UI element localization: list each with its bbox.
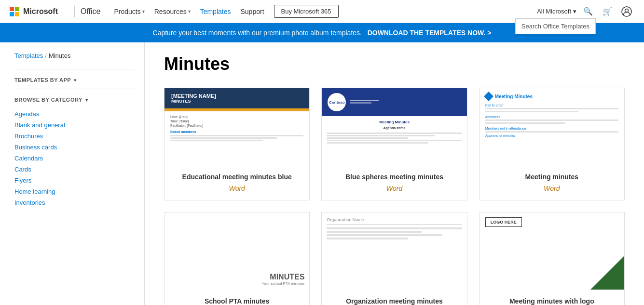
list-item: Home learning <box>14 186 135 197</box>
template-app-blue: Word <box>329 185 459 192</box>
page-title: Minutes <box>164 54 625 74</box>
search-button[interactable]: 🔍 <box>580 4 596 19</box>
template-name-org: Organization meeting minutes <box>329 297 459 305</box>
breadcrumb-current: Minutes <box>49 52 71 59</box>
list-item: Brochures <box>14 131 135 142</box>
breadcrumb-separator: / <box>45 52 47 59</box>
list-item: Blank and general <box>14 119 135 131</box>
ms-brand-label: Microsoft <box>23 7 58 16</box>
main-content: Minutes [MEETING NAME] MINUTES Date: [Da… <box>145 42 644 305</box>
template-preview-edu: [MEETING NAME] MINUTES Date: [Date] Time… <box>164 88 309 165</box>
template-grid: [MEETING NAME] MINUTES Date: [Date] Time… <box>164 88 625 305</box>
template-card-edu[interactable]: [MEETING NAME] MINUTES Date: [Date] Time… <box>164 88 310 200</box>
microsoft-logo[interactable]: Microsoft <box>10 7 64 16</box>
template-card-minutes[interactable]: Meeting Minutes Call to order Attendees … <box>479 88 625 200</box>
template-card-org[interactable]: Organization Name Organization meeting m… <box>321 212 467 305</box>
template-preview-logo: LOGO HERE <box>480 212 624 290</box>
template-info-logo: Meeting minutes with logo Word <box>480 290 624 305</box>
products-chevron-icon: ▾ <box>142 9 145 14</box>
category-flyers[interactable]: Flyers <box>14 177 31 184</box>
template-app-minutes: Word <box>487 185 617 192</box>
list-item: Cards <box>14 164 135 175</box>
cart-button[interactable]: 🛒 <box>600 4 615 19</box>
header-right: All Microsoft ▾ 🔍 Search Office Template… <box>537 4 634 19</box>
header-divider <box>74 6 75 17</box>
category-agendas[interactable]: Agendas <box>14 110 39 118</box>
office-brand-label: Office <box>81 7 101 16</box>
all-ms-chevron-icon: ▾ <box>573 8 576 15</box>
templates-by-app-section[interactable]: TEMPLATES BY APP ▾ <box>14 77 135 83</box>
template-app-edu: Word <box>172 185 301 192</box>
category-blank[interactable]: Blank and general <box>14 121 65 129</box>
templates-by-app-chevron-icon: ▾ <box>74 78 77 83</box>
template-name-minutes: Meeting minutes <box>487 173 617 181</box>
search-area: 🔍 Search Office Templates <box>580 4 596 19</box>
banner-cta-link[interactable]: DOWNLOAD THE TEMPLATES NOW. > <box>368 29 492 37</box>
nav-resources[interactable]: Resources ▾ <box>151 6 194 17</box>
sidebar: Templates / Minutes TEMPLATES BY APP ▾ B… <box>0 42 145 305</box>
nav-templates[interactable]: Templates <box>196 6 235 17</box>
template-card-pta[interactable]: MINUTES Your school PTA minutes School P… <box>164 212 310 305</box>
template-info-blue: Blue spheres meeting minutes Word <box>322 165 466 200</box>
header: Microsoft Office Products ▾ Resources ▾ … <box>0 0 644 23</box>
main-nav: Products ▾ Resources ▾ Templates Support… <box>110 5 339 18</box>
category-calendars[interactable]: Calendars <box>14 155 43 162</box>
nav-products[interactable]: Products ▾ <box>110 6 149 17</box>
breadcrumb-templates-link[interactable]: Templates <box>14 52 43 59</box>
template-name-blue: Blue spheres meeting minutes <box>329 173 459 181</box>
buy-ms365-button[interactable]: Buy Microsoft 365 <box>274 5 339 18</box>
template-preview-pta: MINUTES Your school PTA minutes <box>164 212 309 290</box>
template-name-logo: Meeting minutes with logo <box>487 297 617 305</box>
category-home-learning[interactable]: Home learning <box>14 188 55 195</box>
list-item: Business cards <box>14 142 135 153</box>
template-preview-org: Organization Name <box>322 212 466 290</box>
category-business-cards[interactable]: Business cards <box>14 144 57 151</box>
template-info-edu: Educational meeting minutes blue Word <box>164 165 309 200</box>
category-list: Agendas Blank and general Brochures Busi… <box>14 108 135 208</box>
category-inventories[interactable]: Inventories <box>14 199 45 206</box>
breadcrumb: Templates / Minutes <box>14 52 135 59</box>
template-preview-blue: Contoso Meeting Minutes Agenda Items <box>322 88 466 165</box>
template-info-pta: School PTA minutes Word <box>164 290 309 305</box>
list-item: Inventories <box>14 197 135 208</box>
browse-by-category-section[interactable]: BROWSE BY CATEGORY ▾ <box>14 97 135 103</box>
all-microsoft-button[interactable]: All Microsoft ▾ <box>537 8 576 15</box>
category-cards[interactable]: Cards <box>14 166 31 173</box>
template-name-edu: Educational meeting minutes blue <box>172 173 301 181</box>
list-item: Agendas <box>14 108 135 119</box>
list-item: Flyers <box>14 175 135 186</box>
template-preview-minutes: Meeting Minutes Call to order Attendees … <box>480 88 624 165</box>
template-info-org: Organization meeting minutes Word <box>322 290 466 305</box>
sidebar-divider-1 <box>14 69 135 69</box>
search-tooltip: Search Office Templates <box>515 18 596 34</box>
sidebar-divider-2 <box>14 89 135 89</box>
category-brochures[interactable]: Brochures <box>14 133 43 140</box>
main-layout: Templates / Minutes TEMPLATES BY APP ▾ B… <box>0 42 644 305</box>
template-name-pta: School PTA minutes <box>172 297 301 305</box>
template-card-blue[interactable]: Contoso Meeting Minutes Agenda Items <box>321 88 467 200</box>
browse-by-category-chevron-icon: ▾ <box>85 97 88 103</box>
template-card-logo[interactable]: LOGO HERE Meeting minutes with logo Word <box>479 212 625 305</box>
list-item: Calendars <box>14 153 135 164</box>
template-info-minutes: Meeting minutes Word <box>480 165 624 200</box>
nav-support[interactable]: Support <box>236 6 268 17</box>
account-button[interactable] <box>619 4 634 19</box>
resources-chevron-icon: ▾ <box>188 9 191 14</box>
